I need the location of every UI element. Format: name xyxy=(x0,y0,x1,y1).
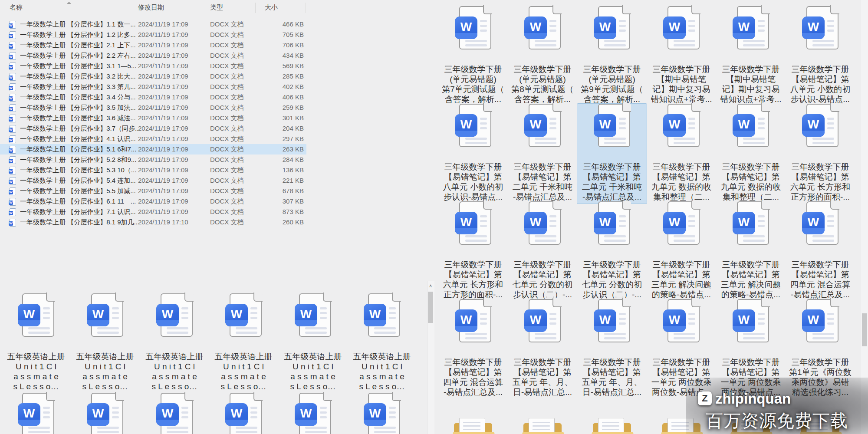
doc-text-line xyxy=(43,317,50,319)
table-row[interactable]: W一年级数学上册 【分层作业】8.1 9加几...2024/11/19 17:1… xyxy=(0,217,306,227)
grid-item[interactable]: W三年级数学下册【期中易错笔记】期中复习易错知识点+常考... xyxy=(716,6,786,106)
table-row[interactable]: W一年级数学上册 【分层作业】7.1 认识...2024/11/19 17:09… xyxy=(0,207,306,217)
file-size: 259 KB xyxy=(243,102,304,113)
doc-text-line xyxy=(688,225,695,227)
grid-item[interactable]: W三年级数学下册【易错笔记】第八单元 小数的初步认识-易错点... xyxy=(786,6,855,106)
folder-icon[interactable] xyxy=(590,418,634,434)
grid-item[interactable]: W三年级数学下册【易错笔记】第三单元 解决问题的策略-易错点... xyxy=(716,201,786,301)
word-doc-icon: W xyxy=(295,393,331,434)
grid-item[interactable]: W三年级数学下册【易错笔记】第六单元 长方形和正方形的面积-... xyxy=(438,201,508,301)
word-badge-icon: W xyxy=(524,114,547,137)
grid-item[interactable]: W三年级数学下册(单元易错题)第9单元测试题（含答案，解析... xyxy=(577,6,647,106)
grid-item[interactable]: W五年级英语上册U n i t 1 C la s s m a t es L e … xyxy=(70,293,140,393)
grid-item[interactable]: W三年级数学下册【期中易错笔记】期中复习易错知识点+常考... xyxy=(647,6,716,106)
grid-item-partial[interactable]: W xyxy=(140,393,209,434)
grid-item[interactable]: W三年级数学下册【易错笔记】第二单元 千米和吨-易错点汇总及... xyxy=(508,104,577,204)
table-row[interactable]: W一年级数学上册 【分层作业】5.3 10（...2024/11/19 17:0… xyxy=(0,165,306,175)
grid-item-partial[interactable]: W xyxy=(1,393,71,434)
grid-item[interactable]: W五年级英语上册U n i t 1 C la s s m a t es L e … xyxy=(347,293,417,393)
grid-item[interactable]: W三年级数学下册【易错笔记】第三单元 解决问题的策略-易错点... xyxy=(647,201,716,301)
table-row[interactable]: W一年级数学上册 【分层作业】4.1 认识...2024/11/19 17:09… xyxy=(0,134,306,144)
grid-item[interactable]: W三年级数学下册【易错笔记】第八单元 小数的初步认识-易错点... xyxy=(438,104,508,204)
table-row[interactable]: W一年级数学上册 【分层作业】3.2 比大...2024/11/19 17:09… xyxy=(0,71,306,82)
file-size: 136 KB xyxy=(243,165,304,175)
doc-text-line xyxy=(549,225,556,227)
word-file-small-icon: W xyxy=(10,21,16,29)
word-badge-icon: W xyxy=(364,304,386,326)
table-row[interactable]: W一年级数学上册 【分层作业】3.1 1—5...2024/11/19 17:0… xyxy=(0,61,306,71)
doc-text-line xyxy=(43,312,50,314)
word-file-small-icon: W xyxy=(10,52,16,60)
column-header-2[interactable]: 类型 xyxy=(210,3,223,12)
word-badge-icon: W xyxy=(364,403,386,426)
word-badge-icon: W xyxy=(225,403,248,426)
right-pane-scrollbar-thumb[interactable] xyxy=(862,313,867,346)
caption-line: 三年级数学下册 xyxy=(577,357,647,367)
doc-text-line xyxy=(827,127,834,129)
grid-item[interactable]: W三年级数学下册【易错笔记】第七单元 分数的初步认识（二）-... xyxy=(577,201,647,301)
table-row[interactable]: W一年级数学上册 【分层作业】3.7（同步...2024/11/19 17:09… xyxy=(0,123,306,134)
grid-item[interactable]: W三年级数学下册(单元易错题)第8单元测试题（含答案，解析... xyxy=(508,6,577,106)
grid-item[interactable]: W三年级数学下册【易错笔记】第四单元 混合运算-易错点汇总及... xyxy=(438,299,508,399)
column-header-1[interactable]: 修改日期 xyxy=(138,3,164,12)
grid-item[interactable]: W三年级数学下册【易错笔记】第六单元 长方形和正方形的面积-... xyxy=(786,104,855,204)
left-pane-scrollbar-thumb[interactable] xyxy=(428,292,433,323)
table-row[interactable]: W一年级数学上册 【分层作业】5.4 连加...2024/11/19 17:09… xyxy=(0,175,306,186)
table-row[interactable]: W一年级数学上册 【分层作业】2.2 左右...2024/11/19 17:09… xyxy=(0,50,306,61)
doc-text-line xyxy=(465,333,487,335)
caption-line: s L e s s o… xyxy=(347,381,417,391)
grid-item[interactable]: W三年级数学下册【易错笔记】第五单元 年、月、日-易错点汇总... xyxy=(508,299,577,399)
caption-line: a s s m a t e xyxy=(347,372,417,381)
doc-text-line xyxy=(480,318,487,320)
grid-item-partial[interactable]: W xyxy=(278,393,348,434)
column-header-0[interactable]: 名称 xyxy=(10,3,23,12)
caption-line: 三年级数学下册 xyxy=(577,260,647,270)
table-row[interactable]: W一年级数学上册 【分层作业】6.1 11—...2024/11/19 17:0… xyxy=(0,196,306,207)
caption-line: 三年级数学下册 xyxy=(438,162,508,172)
folder-icon[interactable] xyxy=(451,418,495,434)
grid-item-partial[interactable]: W xyxy=(347,393,417,434)
table-row[interactable]: W一年级数学上册 【分层作业】5.1 6和7...2024/11/19 17:0… xyxy=(0,144,306,155)
table-row[interactable]: W一年级数学上册 【分层作业】5.5 加减...2024/11/19 17:09… xyxy=(0,186,306,196)
grid-item[interactable]: W三年级数学下册【易错笔记】第九单元 数据的收集和整理（二... xyxy=(647,104,716,204)
grid-item[interactable]: W三年级数学下册(单元易错题)第7单元测试题（含答案，解析... xyxy=(438,6,508,106)
table-row[interactable]: W一年级数学上册 【分层作业】3.5 加法...2024/11/19 17:09… xyxy=(0,102,306,113)
grid-item[interactable]: W五年级英语上册U n i t 1 C la s s m a t es L e … xyxy=(1,293,71,393)
word-doc-icon: W xyxy=(802,6,838,49)
table-row[interactable]: W一年级数学上册 【分层作业】1.2 比多...2024/11/19 17:09… xyxy=(0,30,306,40)
table-row[interactable]: W一年级数学上册 【分层作业】3.4 分与...2024/11/19 17:09… xyxy=(0,92,306,102)
file-name: 一年级数学上册 【分层作业】4.1 认识... xyxy=(20,134,136,144)
table-row[interactable]: W一年级数学上册 【分层作业】3.6 减法...2024/11/19 17:09… xyxy=(0,113,306,123)
grid-item[interactable]: W五年级英语上册U n i t 1 C la s s m a t es L e … xyxy=(140,293,209,393)
table-row[interactable]: W一年级数学上册 【分层作业】2.1 上下...2024/11/19 17:09… xyxy=(0,40,306,50)
doc-text-line xyxy=(480,220,487,222)
grid-item[interactable]: W三年级数学下册【易错笔记】第九单元 数据的收集和整理（二... xyxy=(716,104,786,204)
grid-item-caption: 三年级数学下册【易错笔记】第七单元 分数的初步认识（二）-... xyxy=(508,260,577,299)
doc-text-line xyxy=(549,313,556,315)
caption-line: 【易错笔记】第 xyxy=(647,270,716,279)
table-row[interactable]: W一年级数学上册 【分层作业】5.2 8和9...2024/11/19 17:0… xyxy=(0,155,306,165)
scroll-up-arrow-icon[interactable]: ∧ xyxy=(427,282,434,289)
grid-item[interactable]: W三年级数学下册【易错笔记】第二单元 千米和吨-易错点汇总及... xyxy=(577,104,647,204)
grid-item[interactable]: W五年级英语上册U n i t 1 C la s s m a t es L e … xyxy=(278,293,348,393)
grid-item[interactable]: W三年级数学下册【易错笔记】第五单元 年、月、日-易错点汇总... xyxy=(577,299,647,399)
word-doc-icon: W xyxy=(18,293,54,337)
file-name: 一年级数学上册 【分层作业】1.2 比多... xyxy=(20,30,136,40)
grid-item[interactable]: W五年级英语上册U n i t 1 C la s s m a t es L e … xyxy=(209,293,278,393)
doc-text-line xyxy=(112,407,119,409)
table-row[interactable]: W一年级数学上册 【分层作业】3.3 第几...2024/11/19 17:09… xyxy=(0,82,306,92)
grid-item[interactable]: W三年级数学下册【易错笔记】第七单元 分数的初步认识（二）-... xyxy=(508,201,577,301)
grid-item-partial[interactable]: W xyxy=(209,393,278,434)
caption-line: 集和整理（二... xyxy=(647,192,716,202)
table-row[interactable]: W一年级数学上册 【分层作业】1.1 数一...2024/11/19 17:09… xyxy=(0,19,306,30)
word-badge-icon: W xyxy=(18,403,40,426)
folder-icon[interactable] xyxy=(521,418,564,434)
doc-text-line xyxy=(688,122,695,125)
right-pane-scrollbar[interactable] xyxy=(861,0,868,434)
caption-line: -易错点汇总及... xyxy=(786,289,855,299)
grid-item[interactable]: W三年级数学下册【易错笔记】第四单元 混合运算-易错点汇总及... xyxy=(786,201,855,301)
column-header-3[interactable]: 大小 xyxy=(265,3,278,12)
grid-item-partial[interactable]: W xyxy=(70,393,140,434)
file-type: DOCX 文档 xyxy=(210,134,244,144)
word-doc-icon: W xyxy=(524,299,561,342)
